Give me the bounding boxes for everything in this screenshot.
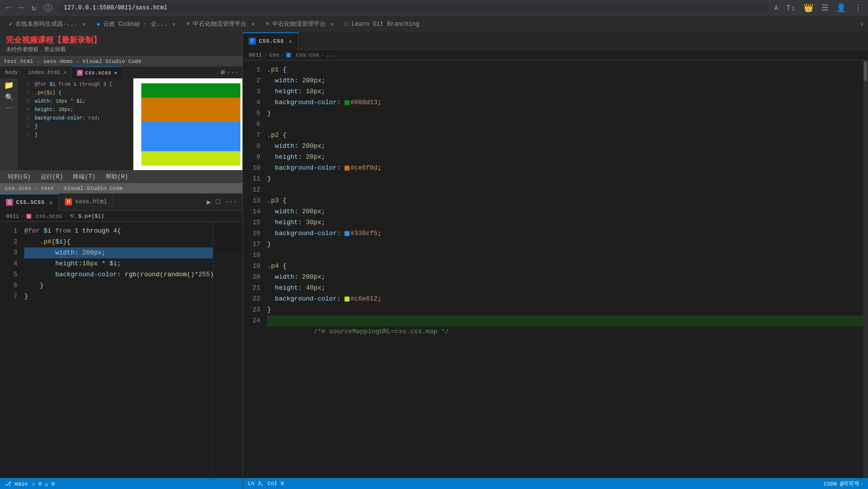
tab-close-4[interactable]: ✕ [331, 21, 334, 27]
preview-green-bar [141, 83, 240, 98]
tab-css-css[interactable]: C css.css ✕ [243, 32, 298, 50]
r-line-1: .p1 { [267, 64, 863, 75]
right-bc-csscss[interactable]: C css.css [286, 52, 319, 58]
r-line-3: height: 10px; [267, 86, 863, 97]
browser-tab-sinopec2[interactable]: ▼ 中石化物流管理平台 ✕ [261, 18, 339, 31]
tab-favicon-1: ✔ [9, 20, 12, 28]
mini-code-content: @for $i from 1 through 3 { .p#{$i} { wid… [32, 78, 133, 171]
code-line-6: } [24, 280, 213, 291]
color-swatch-2 [345, 166, 349, 171]
title-status: css.scss - text - Visual Studio Code [0, 183, 242, 193]
editor-tab-actions: ▶ □ ··· [206, 197, 242, 207]
mini-code-line-1: @for $i from 1 through 3 { [35, 80, 131, 89]
css-tab-icon: C [249, 38, 256, 45]
right-bc-0811[interactable]: 0811 [249, 52, 262, 58]
tab-css-scss-close[interactable]: ✕ [50, 199, 53, 206]
right-editor-tabs: C css.css ✕ [243, 32, 868, 50]
tab-css-scss-label: css.scss [16, 199, 45, 206]
browser-tab-git[interactable]: □ Learn Git Branching [340, 18, 424, 31]
right-bc-css[interactable]: css [269, 52, 279, 58]
r-line-17: } [267, 239, 863, 250]
tab-css-css-close[interactable]: ✕ [289, 38, 292, 45]
minimap-thumb [216, 224, 240, 253]
html-tab-icon: H [65, 198, 72, 205]
preview-blocks [133, 78, 242, 171]
more-button[interactable]: ⋮ [852, 2, 864, 14]
run-button[interactable]: ▶ [206, 197, 212, 207]
r-line-21: height: 40px; [267, 283, 863, 294]
mini-tab-cssscss[interactable]: S css.scss ✕ [72, 66, 122, 78]
more-actions-button[interactable]: ··· [224, 197, 238, 207]
right-scrollbar[interactable] [863, 61, 868, 478]
right-bc-css-icon: C [286, 53, 291, 58]
menu-bar: 转到(G) 运行(R) 终端(T) 帮助(H) [0, 171, 242, 183]
extensions-button[interactable]: 👑 [802, 2, 815, 14]
code-line-3: width: 200px; [24, 247, 213, 258]
tab-close-1[interactable]: ✕ [82, 21, 86, 27]
color-swatch-4 [345, 297, 349, 302]
browser-tab-codeup[interactable]: ◆ 云效 Codeup · 企... ✕ [92, 18, 180, 31]
tab-close-2[interactable]: ✕ [173, 21, 176, 27]
mini-tabs: body index.html ✕ S css.scss ✕ ⊞ ··· [0, 66, 242, 78]
info-icon: ⓘ [42, 2, 54, 14]
browser-tab-barcode[interactable]: ✔ 在线条形码生成器-... ✕ [4, 18, 91, 31]
menu-run[interactable]: 运行(R) [37, 172, 67, 182]
breadcrumb-selector[interactable]: ⟲ $.p#{$i} [69, 213, 104, 219]
color-swatch-1 [345, 100, 349, 105]
mini-code-area: 1234567 @for $i from 1 through 3 { .p#{$… [18, 78, 133, 171]
left-line-numbers: 1 2 3 4 5 6 7 [0, 222, 22, 478]
r-line-13: .p3 { [267, 195, 863, 206]
tab-sass-html[interactable]: H sass.html [59, 193, 114, 211]
address-bar[interactable]: 127.0.0.1:5500/0811/sass.html [58, 2, 768, 13]
menu-goto[interactable]: 转到(G) [4, 172, 35, 182]
r-line-8: width: 200px; [267, 141, 863, 152]
right-code-content: .p1 { width: 200px; height: 10px; backgr… [265, 61, 863, 478]
translate-button[interactable]: T₁ [784, 2, 798, 14]
refresh-button[interactable]: ↻ [29, 2, 38, 14]
mini-tab-close-scss[interactable]: ✕ [114, 70, 117, 76]
left-panel: 完全视频课程【最新录制】 未经作者授权，禁止转载 test.html - sas… [0, 32, 243, 489]
tab-css-css-label: css.css [259, 38, 284, 45]
back-button[interactable]: ← [4, 2, 13, 13]
left-breadcrumb: 0811 › S css.scss › ⟲ $.p#{$i} [0, 211, 242, 222]
status-errors: ⚠ 0 △ 0 [32, 481, 55, 487]
breadcrumb-cssscss[interactable]: S css.scss [26, 213, 62, 219]
preview-blue-bar [141, 122, 240, 151]
tab-label-3: 中石化物流管理平台 [193, 20, 246, 28]
tab-label-4: 中石化物流管理平台 [272, 20, 326, 28]
mini-code-line-7: } [35, 131, 131, 139]
tab-css-scss[interactable]: S css.scss ✕ [0, 193, 59, 211]
left-minimap [213, 222, 242, 478]
mini-editor: 📁 🔍 〰 1234567 @for $i from 1 through 3 {… [0, 78, 242, 171]
address-text: 127.0.0.1:5500/0811/sass.html [64, 4, 168, 11]
user-button[interactable]: 👤 [834, 2, 848, 14]
vscode-mini-window: test.html - sass-demo - Visual Studio Co… [0, 57, 242, 171]
r-line-5: } [267, 108, 863, 119]
r-line-12 [267, 184, 863, 195]
menu-terminal[interactable]: 终端(T) [69, 172, 100, 182]
mini-git-icon[interactable]: 〰 [5, 105, 12, 113]
mini-search-icon[interactable]: 🔍 [5, 93, 13, 102]
mini-tab-body[interactable]: body [0, 66, 23, 78]
r-line-2: width: 200px; [267, 75, 863, 86]
mini-split-button[interactable]: ⊞ [221, 68, 225, 76]
left-status-bar: ⎇ main ⚠ 0 △ 0 [0, 478, 242, 489]
browser-tab-sinopec1[interactable]: ▼ 中石化物流管理平台 ✕ [181, 18, 260, 31]
font-button[interactable]: A [772, 3, 780, 13]
tabs-more-button[interactable]: › [860, 20, 864, 28]
r-line-20: width: 200px; [267, 272, 863, 283]
bookmark-button[interactable]: ☰ [819, 2, 830, 14]
breadcrumb-0811[interactable]: 0811 [6, 213, 19, 219]
mini-tab-close-index[interactable]: ✕ [63, 69, 66, 75]
mini-files-icon[interactable]: 📁 [4, 80, 14, 90]
browser-nav: ← → ↻ ⓘ 127.0.0.1:5500/0811/sass.html A … [0, 0, 868, 16]
mini-tab-index[interactable]: index.html ✕ [23, 66, 72, 78]
menu-help[interactable]: 帮助(H) [102, 172, 132, 182]
forward-button[interactable]: → [17, 2, 26, 13]
split-editor-button[interactable]: □ [215, 197, 221, 207]
mini-code-line-3: width: 10px * $i; [35, 97, 131, 106]
mini-more-button[interactable]: ··· [227, 69, 238, 76]
tab-close-3[interactable]: ✕ [251, 21, 255, 27]
right-bc-dots[interactable]: ... [326, 52, 336, 58]
r-line-6 [267, 119, 863, 130]
